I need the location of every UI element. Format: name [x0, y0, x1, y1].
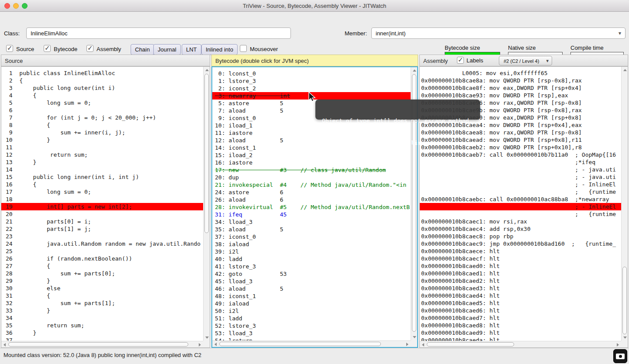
code-line[interactable]: 0: lconst_0 [212, 70, 411, 77]
code-line[interactable]: 28: invokevirtual #5 // Method java/util… [212, 203, 411, 211]
code-line[interactable]: ; {runtime [420, 210, 621, 218]
code-line[interactable]: 31 { [1, 292, 203, 299]
scroll-up-icon[interactable] [623, 69, 627, 71]
code-line[interactable]: 0x000000010b8caec1: mov rsi,rax [420, 218, 621, 225]
code-line[interactable]: 53: lload_3 [212, 330, 411, 337]
code-line[interactable]: 1: lstore_3 [212, 77, 411, 85]
journal-button[interactable]: Journal [153, 44, 181, 55]
code-line[interactable]: 14 [1, 166, 203, 173]
code-line[interactable]: 11 [1, 144, 203, 151]
scroll-right-icon[interactable] [617, 343, 619, 347]
code-line[interactable]: 0x000000010b8caed0: hlt [420, 262, 621, 270]
code-line[interactable]: 50: i2l [212, 307, 411, 315]
scroll-right-icon[interactable] [406, 343, 408, 346]
code-line[interactable]: 0x000000010b8caed1: hlt [420, 270, 621, 277]
code-line[interactable]: 19 int[] parts = new int[2]; [1, 203, 203, 210]
lnt-button[interactable]: LNT [182, 44, 201, 55]
source-horizontal-scrollbar[interactable] [1, 341, 203, 347]
scrollbar-thumb[interactable] [204, 74, 209, 233]
code-line[interactable]: 2: iconst_2 [212, 85, 411, 92]
scroll-left-icon[interactable] [422, 343, 424, 347]
code-line[interactable]: 4 { [1, 92, 203, 99]
code-line[interactable]: 0x000000010b8caed4: hlt [420, 292, 621, 299]
code-line[interactable]: 54: lreturn [212, 337, 411, 340]
code-line[interactable]: 24: astore 6 [212, 189, 411, 196]
code-line[interactable]: 0x000000010b8caed9: hlt [420, 329, 621, 337]
code-line[interactable]: 20 [1, 210, 203, 218]
assembly-checkbox[interactable]: ✓ [86, 45, 93, 52]
scroll-down-icon[interactable] [413, 336, 416, 338]
code-line[interactable]: 52: lstore_3 [212, 322, 411, 330]
assembly-vertical-scrollbar[interactable] [621, 67, 628, 341]
code-line[interactable]: 41: lstore_3 [212, 263, 411, 270]
code-line[interactable]: 26: aload 6 [212, 196, 411, 203]
scroll-left-icon[interactable] [3, 343, 6, 347]
code-line[interactable]: 49: iaload [212, 300, 411, 307]
code-line[interactable]: 15 public long inner(int i, int j) [1, 173, 203, 181]
code-line[interactable]: 30 else [1, 285, 203, 292]
assembly-horizontal-scrollbar[interactable] [420, 341, 621, 347]
code-line[interactable]: 31: ifeq 45 [212, 211, 411, 218]
code-line[interactable]: 13 } [1, 158, 203, 166]
code-line[interactable]: 8 { [1, 121, 203, 129]
code-line[interactable]: 0x000000010b8caed6: hlt [420, 307, 621, 314]
code-line[interactable]: 16 { [1, 181, 203, 188]
scroll-up-icon[interactable] [413, 69, 416, 72]
code-line[interactable]: 5 long sum = 0; [1, 99, 203, 106]
code-line[interactable]: 0x000000010b8caed5: hlt [420, 299, 621, 307]
scroll-left-icon[interactable] [214, 343, 217, 346]
code-line[interactable]: 0x000000010b8caecf: hlt [420, 255, 621, 262]
code-line[interactable]: 45: lload_3 [212, 278, 411, 285]
code-line[interactable]: 18 [1, 196, 203, 203]
code-line[interactable]: 35: aload 5 [212, 226, 411, 233]
mouseover-checkbox[interactable] [240, 45, 247, 52]
code-line[interactable]: 38: iaload [212, 240, 411, 248]
code-line[interactable]: 23 [1, 233, 203, 240]
code-line[interactable]: 0x000000010b8caed8: hlt [420, 322, 621, 329]
code-line[interactable]: 22 parts[1] = j; [1, 225, 203, 233]
code-line[interactable]: ; {runtime [420, 188, 621, 196]
code-line[interactable]: 12 return sum; [1, 151, 203, 158]
code-line[interactable]: 0x000000010b8caebc: call 0x000000010ac88… [420, 196, 621, 203]
code-line[interactable]: 34: lload_3 [212, 218, 411, 226]
source-vertical-scrollbar[interactable] [203, 67, 210, 341]
scroll-down-icon[interactable] [205, 337, 209, 339]
code-line[interactable]: 39: i2l [212, 248, 411, 255]
code-line[interactable]: 0x000000010b8caed3: hlt [420, 285, 621, 292]
code-line[interactable]: 0x000000010b8cae8f: mov eax,DWORD PTR [r… [420, 84, 621, 92]
code-line[interactable]: 33 } [1, 307, 203, 314]
scrollbar-thumb[interactable] [622, 267, 627, 334]
code-line[interactable]: 37: iconst_0 [212, 233, 411, 240]
code-line[interactable]: 36 } [1, 329, 203, 337]
scroll-up-icon[interactable] [205, 69, 209, 71]
code-line[interactable]: 24 java.util.Random random = new java.ut… [1, 240, 203, 247]
code-line[interactable]: 51: ladd [212, 315, 411, 322]
code-line[interactable]: 32 sum += parts[1]; [1, 299, 203, 307]
code-line[interactable]: 20: dup [212, 174, 411, 181]
code-line[interactable]: 17 long sum = 0; [1, 188, 203, 196]
scroll-right-icon[interactable] [199, 343, 201, 347]
code-line[interactable]: 0x000000010b8caece: hlt [420, 247, 621, 255]
scrollbar-thumb[interactable] [8, 342, 188, 347]
code-line[interactable]: 9 sum += inner(i, j); [1, 129, 203, 136]
code-line[interactable]: 0x000000010b8caed7: hlt [420, 314, 621, 322]
code-line[interactable]: L0005: mov esi,0xffffff65 [420, 69, 621, 77]
chain-button[interactable]: Chain [131, 44, 154, 55]
code-line[interactable]: 29 } [1, 277, 203, 285]
code-line[interactable]: ; - java.uti [420, 173, 621, 181]
code-line[interactable]: 10 } [1, 136, 203, 144]
code-line[interactable]: 17: new #3 // class java/util/Random [212, 166, 411, 174]
code-line[interactable]: 40: ladd [212, 255, 411, 263]
class-input[interactable]: InlineElimAlloc [26, 27, 291, 39]
code-line[interactable]: 21: invokespecial #4 // Method java/util… [212, 181, 411, 189]
code-line[interactable]: 0x000000010b8caed2: hlt [420, 277, 621, 285]
code-line[interactable]: 21 parts[0] = i; [1, 218, 203, 225]
code-line[interactable]: 34 [1, 314, 203, 322]
compilation-dropdown[interactable]: #2 (C2 / Level 4)▾ [499, 56, 552, 65]
screenshot-button[interactable] [613, 349, 627, 363]
code-line[interactable]: 3 public long outer(int i) [1, 84, 203, 92]
scrollbar-thumb[interactable] [427, 342, 514, 347]
code-line[interactable]: ; - InlineEl [420, 181, 621, 188]
member-dropdown[interactable]: inner(int,int)▾ [371, 27, 626, 39]
code-line[interactable]: 48: iconst_1 [212, 292, 411, 300]
